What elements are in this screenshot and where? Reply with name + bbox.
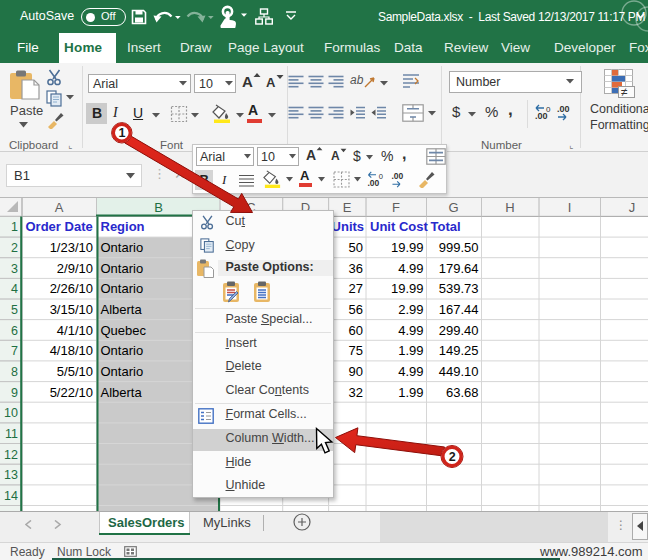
svg-text:2: 2 [449, 450, 456, 464]
svg-text:1: 1 [119, 126, 126, 140]
